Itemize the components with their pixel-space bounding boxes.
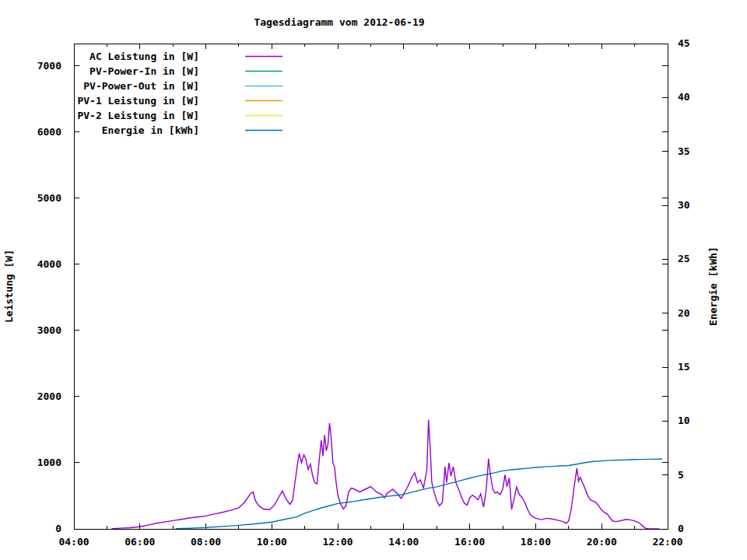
x-tick-label: 22:00 — [652, 536, 682, 548]
legend-label: PV-2 Leistung in [W] — [77, 110, 199, 121]
legend-entry: PV-1 Leistung in [W] — [77, 95, 282, 107]
x-tick-label: 10:00 — [257, 536, 287, 548]
y-left-tick-label: 3000 — [37, 324, 61, 336]
legend-entry: Energie in [kWh] — [102, 124, 282, 136]
y-right-axis-title: Energie [kWh] — [707, 247, 719, 326]
plot-area: Tagesdiagramm vom 2012-06-19 Leistung [W… — [0, 0, 747, 560]
y-right-tick-label: 20 — [678, 307, 690, 319]
x-tick-label: 12:00 — [323, 536, 353, 548]
legend: AC Leistung in [W]PV-Power-In in [W]PV-P… — [77, 51, 282, 136]
x-tick-label: 18:00 — [521, 536, 551, 548]
x-tick-label: 20:00 — [587, 536, 617, 548]
y-right-tick-label: 0 — [678, 523, 684, 534]
tagesdiagramm-chart: Tagesdiagramm vom 2012-06-19 Leistung [W… — [0, 0, 747, 560]
x-tick-label: 04:00 — [58, 536, 89, 548]
series-lines — [112, 420, 662, 529]
chart-title: Tagesdiagramm vom 2012-06-19 — [254, 16, 424, 28]
y-right-tick-label: 35 — [678, 145, 690, 157]
legend-entry: PV-Power-In in [W] — [89, 65, 282, 77]
y-left-tick-label: 1000 — [37, 457, 61, 468]
y-left-tick-label: 0 — [55, 523, 61, 534]
series-line-ac-leistung-in-w — [112, 420, 660, 529]
y-left-tick-label: 5000 — [37, 192, 61, 204]
y-left-tick-label: 6000 — [37, 126, 61, 138]
legend-entry: AC Leistung in [W] — [89, 51, 282, 62]
legend-entry: PV-Power-Out in [W] — [83, 80, 282, 92]
legend-label: PV-1 Leistung in [W] — [77, 95, 199, 107]
y-left-tick-label: 2000 — [37, 390, 61, 402]
y-right-tick-label: 5 — [678, 469, 684, 481]
legend-label: PV-Power-In in [W] — [89, 65, 199, 77]
legend-entry: PV-2 Leistung in [W] — [77, 110, 282, 121]
x-tick-label: 06:00 — [124, 536, 155, 548]
x-tick-label: 08:00 — [191, 536, 221, 548]
y-right-tick-label: 30 — [678, 199, 690, 211]
y-right-tick-label: 25 — [678, 253, 690, 264]
y-right-tick-label: 40 — [678, 91, 690, 103]
y-left-tick-label: 4000 — [37, 258, 61, 270]
y-right-tick-label: 10 — [678, 415, 690, 426]
y-right-tick-label: 15 — [678, 361, 690, 373]
y-right-tick-label: 45 — [678, 37, 690, 49]
legend-label: Energie in [kWh] — [102, 124, 199, 136]
x-tick-label: 16:00 — [454, 536, 485, 548]
series-line-energie-in-kwh — [176, 459, 662, 528]
legend-label: PV-Power-Out in [W] — [83, 80, 199, 92]
y-left-axis-title: Leistung [W] — [3, 250, 15, 323]
x-tick-label: 14:00 — [388, 536, 419, 548]
legend-label: AC Leistung in [W] — [89, 51, 199, 62]
y-left-tick-label: 7000 — [37, 60, 61, 72]
